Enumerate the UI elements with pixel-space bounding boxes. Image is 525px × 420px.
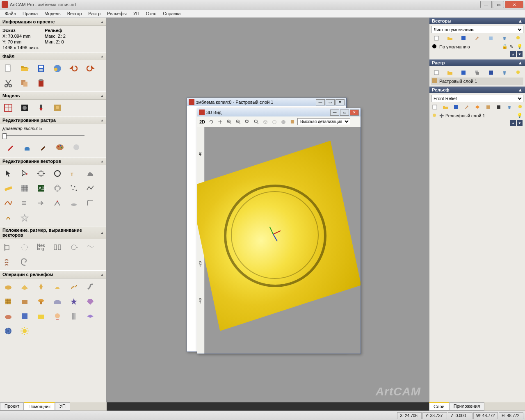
open-raster-icon[interactable] (447, 69, 453, 76)
box-view-icon[interactable] (261, 118, 269, 126)
relief-yellow-icon[interactable] (34, 310, 48, 323)
model-header[interactable]: Модель▲ (0, 91, 106, 100)
zoom-prev-icon[interactable] (252, 118, 260, 126)
file-header[interactable]: Файл▲ (0, 52, 106, 60)
spiral-icon[interactable] (17, 256, 32, 269)
relief-down-button[interactable]: ▼ (517, 120, 523, 126)
s-curve-icon[interactable] (83, 280, 98, 293)
menu-reliefs[interactable]: Рельефы (104, 10, 130, 17)
face-icon[interactable] (50, 310, 65, 323)
menu-edit[interactable]: Правка (19, 10, 41, 17)
detail-dropdown[interactable]: Высокая детализация (297, 118, 350, 125)
open-folder-icon[interactable] (17, 62, 32, 75)
vector-edit-header[interactable]: Редактирование векторов▲ (0, 157, 106, 165)
relief-tool1-icon[interactable] (464, 104, 470, 110)
weld-icon[interactable] (1, 211, 16, 224)
mesh-icon[interactable] (50, 182, 65, 195)
relief-up-button[interactable]: ▲ (510, 120, 516, 126)
shade-icon[interactable] (279, 118, 288, 126)
gem-icon[interactable] (83, 295, 98, 308)
3d-canvas[interactable]: 40 20 0 -20 -40 (197, 127, 361, 354)
tab-apps[interactable]: Приложения (449, 402, 484, 411)
dome-icon[interactable] (50, 280, 65, 293)
extrude-icon[interactable] (17, 280, 32, 293)
paste-icon[interactable] (34, 77, 48, 90)
menu-window[interactable]: Окно (143, 10, 160, 17)
new-file-icon[interactable] (1, 62, 16, 75)
save-icon[interactable] (34, 62, 48, 75)
globe-icon[interactable] (1, 324, 16, 338)
toggle-layer-icon[interactable] (488, 35, 494, 41)
trim-icon[interactable] (50, 196, 65, 210)
select-icon[interactable] (1, 167, 16, 180)
edit-icon[interactable]: ✎ (509, 44, 515, 50)
tab-assistant[interactable]: Помощник (24, 402, 55, 411)
layer-down-button[interactable]: ▼ (517, 51, 523, 57)
fillet-icon[interactable] (83, 196, 98, 210)
layer-purple-icon[interactable] (83, 310, 98, 323)
menu-raster[interactable]: Растр (85, 10, 104, 17)
palette-icon[interactable] (52, 141, 67, 154)
flood-fill-icon[interactable] (20, 141, 34, 154)
zoom-in-icon[interactable] (225, 118, 233, 126)
zoom-fit-icon[interactable] (243, 118, 251, 126)
relief-tool2-icon[interactable] (475, 104, 480, 110)
eyedropper-icon[interactable] (36, 141, 51, 154)
delete-layer-icon[interactable] (501, 35, 508, 41)
menu-help[interactable]: Справка (160, 10, 184, 17)
open-layer-icon[interactable] (447, 35, 453, 41)
lock-icon[interactable]: 🔒 (502, 44, 508, 50)
close-model-icon[interactable] (50, 62, 65, 75)
raster-header[interactable]: Растр▲ (429, 59, 525, 66)
face-raster-icon[interactable] (488, 69, 494, 76)
relief-header-right[interactable]: Рельеф▲ (429, 87, 525, 93)
bulb-icon[interactable] (515, 35, 521, 41)
lights-icon[interactable] (34, 101, 48, 114)
shape-tool-icon[interactable] (83, 167, 98, 180)
face-wizard-icon[interactable] (50, 101, 65, 114)
position-header[interactable]: Положение, размер, выравнивание векторов… (0, 226, 106, 239)
new-layer-icon[interactable] (433, 35, 440, 41)
vector-layer-row[interactable]: По умолчанию 🔒 ✎ 💡 (431, 43, 523, 50)
turn-icon[interactable] (34, 280, 48, 293)
cut-icon[interactable] (1, 77, 16, 90)
texture-blue-icon[interactable] (17, 310, 32, 323)
text-on-curve-icon[interactable]: ABC (34, 182, 48, 195)
layer-fx-icon[interactable] (474, 35, 480, 41)
3d-max-button[interactable]: ▭ (340, 110, 349, 116)
polyline-icon[interactable] (83, 182, 98, 195)
3d-view-window[interactable]: 3D Вид — ▭ ✕ 2D Высокая детализа (197, 108, 361, 354)
brush-slider[interactable] (2, 132, 84, 139)
star-relief-icon[interactable] (66, 295, 81, 308)
rotate-view-icon[interactable] (207, 118, 215, 126)
vectors-header[interactable]: Векторы▲ (429, 18, 525, 24)
layer-up-button[interactable]: ▲ (510, 51, 516, 57)
nesting-icon[interactable]: Nesting (34, 241, 48, 254)
tab-layers[interactable]: Слои (429, 402, 449, 411)
menu-file[interactable]: Файл (2, 10, 19, 17)
3d-close-button[interactable]: ✕ (350, 110, 359, 116)
relief-ops-header[interactable]: Операции с рельефом▲ (0, 270, 106, 278)
sun-icon[interactable] (17, 324, 32, 338)
relief-select[interactable]: Front Relief (431, 95, 523, 102)
shape-editor-icon[interactable] (1, 280, 16, 293)
maximize-button[interactable]: ▭ (493, 1, 504, 8)
redo-icon[interactable] (83, 62, 98, 75)
bridge-icon[interactable] (50, 295, 65, 308)
visible-icon[interactable]: 💡 (517, 44, 523, 50)
raster-layer-row[interactable]: Растровый слой 1 (431, 78, 523, 85)
relief-tool3-icon[interactable] (485, 104, 491, 110)
raster-bulb-icon[interactable] (515, 69, 521, 76)
raster-edit-header[interactable]: Редактирование растра▲ (0, 116, 106, 124)
menu-model[interactable]: Модель (41, 10, 64, 17)
material-icon[interactable] (288, 118, 297, 126)
model-size-icon[interactable] (1, 101, 16, 114)
tab-toolpath[interactable]: УП (55, 402, 70, 411)
relief-bulb-icon[interactable] (517, 104, 523, 110)
undo-icon[interactable] (66, 62, 81, 75)
paint-icon[interactable] (3, 141, 18, 154)
two-rail-icon[interactable] (66, 280, 81, 293)
2d-button[interactable]: 2D (198, 118, 206, 126)
menu-vector[interactable]: Вектор (64, 10, 85, 17)
raster-min-button[interactable]: — (316, 99, 325, 105)
